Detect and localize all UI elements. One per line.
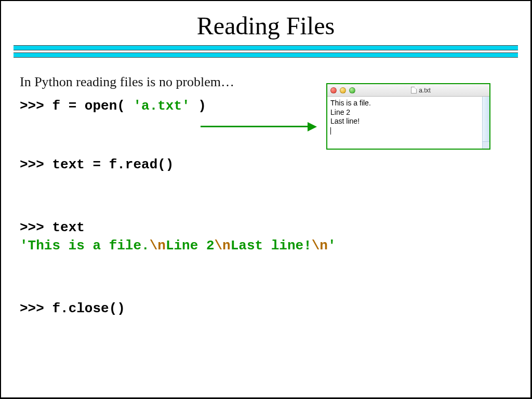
window-title: a.txt — [411, 87, 431, 94]
prompt: >>> — [20, 157, 52, 172]
code-text: text = f.read() — [52, 157, 174, 172]
window-titlebar: a.txt — [327, 84, 489, 97]
text-editor-window: a.txt This is a file. Line 2 Last line! — [326, 83, 490, 150]
file-line: Line 2 — [330, 108, 486, 117]
quote: ' — [20, 238, 28, 254]
spacer — [20, 174, 530, 219]
filename-label: a.txt — [419, 87, 431, 94]
output-segment: Last line! — [231, 238, 312, 254]
rule-bar — [14, 45, 518, 50]
zoom-icon[interactable] — [349, 87, 355, 94]
traffic-lights — [330, 87, 355, 94]
code-line-close: >>> f.close() — [20, 300, 530, 318]
prompt: >>> — [20, 220, 52, 235]
file-line: Last line! — [330, 117, 486, 126]
escape-sequence: \n — [312, 238, 328, 254]
text-cursor — [330, 127, 331, 135]
escape-sequence: \n — [150, 238, 166, 254]
arrow-line — [201, 126, 310, 127]
spacer — [20, 255, 530, 300]
text-content[interactable]: This is a file. Line 2 Last line! — [327, 97, 489, 149]
code-text: text — [52, 220, 84, 235]
output-line: 'This is a file.\nLine 2\nLast line!\n' — [20, 237, 530, 255]
close-icon[interactable] — [330, 87, 337, 94]
code-text: f.close() — [52, 301, 125, 316]
output-segment: This is a file. — [28, 238, 150, 254]
resize-handle[interactable] — [482, 141, 489, 149]
arrow — [201, 123, 320, 131]
escape-sequence: \n — [215, 238, 231, 254]
minimize-icon[interactable] — [340, 87, 346, 94]
file-line: This is a file. — [330, 99, 486, 108]
prompt: >>> — [20, 98, 52, 114]
prompt: >>> — [20, 301, 52, 316]
code-text: ) — [190, 98, 206, 114]
title-underline — [14, 45, 518, 58]
rule-bar — [14, 52, 518, 58]
quote: ' — [328, 238, 336, 254]
code-text: f = open( — [52, 98, 133, 114]
slide-title: Reading Files — [1, 11, 530, 40]
arrow-head-icon — [308, 122, 317, 131]
scrollbar[interactable] — [482, 97, 489, 141]
code-line-text-var: >>> text — [20, 219, 530, 237]
string-literal: 'a.txt' — [133, 98, 190, 114]
slide: Reading Files In Python reading files is… — [0, 0, 532, 399]
document-icon — [411, 87, 417, 94]
output-segment: Line 2 — [166, 238, 215, 254]
code-line-read: >>> text = f.read() — [20, 156, 530, 174]
